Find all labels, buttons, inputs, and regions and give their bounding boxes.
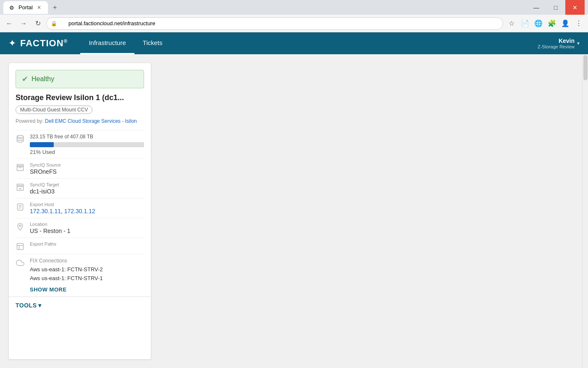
minimize-button[interactable]: — — [527, 0, 546, 15]
user-org: Z-Storage Review — [538, 44, 575, 49]
tab-bar: ⚙ Portal ✕ + — [3, 1, 60, 14]
address-input[interactable] — [60, 20, 498, 26]
acrobat-button[interactable]: 📄 — [519, 18, 531, 29]
storage-icon — [16, 135, 25, 143]
browser-actions: ☆ 📄 🌐 🧩 👤 ⋮ — [506, 18, 585, 29]
status-text: Healthy — [32, 75, 54, 83]
card-tag[interactable]: Multi-Cloud Guest Mount CCV — [16, 106, 92, 114]
fix-item-1: Aws us-east-1: FCTN-STRV-2 — [30, 265, 144, 274]
progress-bar-track — [30, 142, 144, 147]
scrollbar-track[interactable] — [582, 54, 588, 368]
export-paths-icon — [16, 242, 25, 251]
export-host-link-2[interactable]: 172.30.1.12 — [64, 208, 95, 214]
synciq-target-content: SyncIQ Target dc1-isiO3 — [30, 182, 144, 195]
app-header: ✦ FACTION® Infrastructure Tickets Kevin … — [0, 32, 588, 54]
export-paths-label: Export Paths — [30, 241, 144, 246]
address-bar-wrap: 🔒 — [46, 17, 503, 30]
fix-connections-label: FIX Connections — [30, 258, 144, 264]
forward-button[interactable]: → — [18, 18, 29, 29]
svg-point-7 — [19, 225, 21, 226]
synciq-target-value: dc1-isiO3 — [30, 188, 144, 195]
synciq-target-label: SyncIQ Target — [30, 182, 144, 187]
synciq-source-label: SyncIQ Source — [30, 162, 144, 167]
app-container: ✦ FACTION® Infrastructure Tickets Kevin … — [0, 32, 588, 368]
logo-icon: ✦ — [8, 38, 16, 49]
main-content: ✔ Healthy Storage Review Isilon 1 (dc1..… — [0, 54, 588, 368]
svg-rect-2 — [17, 184, 24, 185]
new-tab-button[interactable]: + — [50, 2, 60, 13]
svg-rect-8 — [17, 244, 24, 250]
card-title: Storage Review Isilon 1 (dc1... — [9, 93, 151, 106]
powered-by-link[interactable]: Dell EMC Cloud Storage Services - Isilon — [45, 118, 137, 124]
cloud-icon — [16, 259, 25, 267]
storage-content: 323.15 TB free of 407.08 TB 21% Used — [30, 134, 144, 155]
info-section: 323.15 TB free of 407.08 TB 21% Used — [9, 130, 151, 297]
export-host-link-1[interactable]: 172.30.1.11 — [30, 208, 61, 214]
nav-item-tickets[interactable]: Tickets — [134, 32, 171, 54]
location-content: Location US - Reston - 1 — [30, 222, 144, 234]
scrollbar-thumb[interactable] — [583, 55, 588, 80]
fix-item-2: Aws us-east-1: FCTN-STRV-1 — [30, 274, 144, 283]
bookmark-button[interactable]: ☆ — [506, 18, 517, 29]
location-label: Location — [30, 222, 144, 227]
translate-button[interactable]: 🌐 — [533, 18, 544, 29]
close-button[interactable]: ✕ — [565, 0, 585, 15]
reload-button[interactable]: ↻ — [32, 18, 44, 29]
maximize-button[interactable]: □ — [546, 0, 565, 15]
svg-point-0 — [17, 135, 24, 138]
tab-title: Portal — [18, 4, 33, 11]
location-icon — [16, 222, 25, 231]
user-area[interactable]: Kevin Z-Storage Review ▾ — [538, 37, 580, 49]
synciq-source-content: SyncIQ Source SROneFS — [30, 162, 144, 175]
show-more-button[interactable]: SHOW MORE — [30, 286, 67, 293]
location-value: US - Reston - 1 — [30, 228, 144, 234]
active-tab[interactable]: ⚙ Portal ✕ — [3, 1, 48, 14]
fix-connections-row: FIX Connections Aws us-east-1: FCTN-STRV… — [16, 254, 144, 297]
export-host-label: Export Host — [30, 202, 144, 207]
progress-meta: 21% Used — [30, 149, 144, 155]
progress-bar-fill — [30, 142, 54, 147]
svg-rect-1 — [17, 164, 24, 166]
storage-card: ✔ Healthy Storage Review Isilon 1 (dc1..… — [8, 63, 151, 360]
export-host-value: 172.30.1.11, 172.30.1.12 — [30, 208, 144, 214]
browser-window: ⚙ Portal ✕ + — □ ✕ ← → ↻ 🔒 ☆ 📄 🌐 🧩 � — [0, 0, 588, 368]
main-nav: Infrastructure Tickets — [80, 32, 538, 54]
location-row: Location US - Reston - 1 — [16, 218, 144, 238]
browser-controls: ← → ↻ 🔒 ☆ 📄 🌐 🧩 👤 ⋮ — [0, 15, 588, 32]
card-body: ✔ Healthy Storage Review Isilon 1 (dc1..… — [9, 70, 151, 297]
logo-text: FACTION® — [20, 38, 68, 49]
storage-row: 323.15 TB free of 407.08 TB 21% Used — [16, 130, 144, 159]
address-bar[interactable]: 🔒 — [46, 17, 503, 30]
synciq-source-icon — [16, 163, 25, 172]
status-bar: ✔ Healthy — [16, 70, 144, 88]
logo-area: ✦ FACTION® — [8, 38, 68, 49]
card-footer: TOOLS ▾ — [9, 297, 151, 314]
fix-connections-content: FIX Connections Aws us-east-1: FCTN-STRV… — [30, 258, 144, 293]
tab-close-button[interactable]: ✕ — [36, 4, 42, 11]
powered-by: Powered by: Dell EMC Cloud Storage Servi… — [9, 118, 151, 130]
title-bar: ⚙ Portal ✕ + — □ ✕ — [0, 0, 588, 15]
export-paths-content: Export Paths — [30, 241, 144, 247]
synciq-source-row: SyncIQ Source SROneFS — [16, 159, 144, 178]
profile-button[interactable]: 👤 — [559, 18, 571, 29]
window-controls: — □ ✕ — [527, 0, 585, 15]
user-name: Kevin — [538, 37, 575, 44]
status-check-icon: ✔ — [22, 74, 28, 84]
nav-item-infrastructure[interactable]: Infrastructure — [80, 32, 134, 54]
extensions-button[interactable]: 🧩 — [546, 18, 558, 29]
user-chevron-icon: ▾ — [577, 40, 580, 46]
synciq-target-icon — [16, 183, 25, 191]
export-host-row: Export Host 172.30.1.11, 172.30.1.12 — [16, 198, 144, 218]
back-button[interactable]: ← — [3, 18, 15, 29]
storage-label: 323.15 TB free of 407.08 TB — [30, 134, 144, 140]
export-host-icon — [16, 203, 25, 211]
synciq-source-value: SROneFS — [30, 168, 144, 175]
tools-button[interactable]: TOOLS ▾ — [16, 302, 42, 309]
export-host-content: Export Host 172.30.1.11, 172.30.1.12 — [30, 202, 144, 214]
user-text: Kevin Z-Storage Review — [538, 37, 575, 49]
lock-icon: 🔒 — [51, 21, 57, 26]
synciq-target-row: SyncIQ Target dc1-isiO3 — [16, 178, 144, 198]
export-paths-row: Export Paths — [16, 238, 144, 254]
tab-favicon: ⚙ — [9, 5, 15, 11]
menu-button[interactable]: ⋮ — [573, 18, 585, 29]
